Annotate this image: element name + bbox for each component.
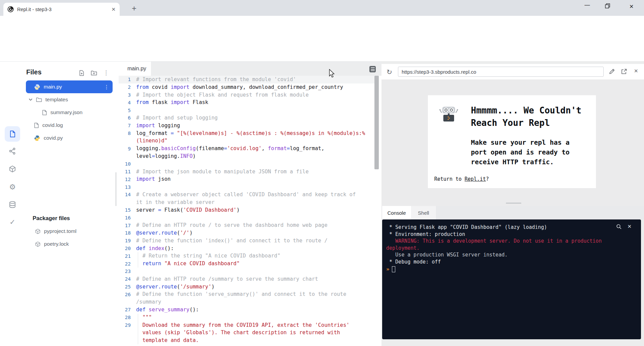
code-line: 16 [119,214,374,221]
preview-url-input[interactable]: https://step3-3.sbproducts.repl.co [398,67,604,77]
preview-refresh-icon[interactable]: ↻ [387,68,392,76]
settings-gear-icon[interactable]: ⚙ [8,183,16,192]
file-name: summary.json [50,109,113,115]
code-line: 1# Import relevant functions from the mo… [119,76,374,83]
error-footer: Return to Repl.it? [434,176,489,182]
repl-error-card: Hmmmm.... We Couldn't Reach Your Repl Ma… [428,95,596,188]
line-number: 6 [119,115,136,120]
file-row-covid-log[interactable]: covid.log [26,119,113,132]
code-line: 19# Define the function 'index()' and co… [119,237,374,245]
code-line: (lineno)d" [119,137,374,145]
packager-section: Packager files pyproject.tomlpoetry.lock [25,206,116,250]
packager-heading: Packager files [33,215,116,221]
line-number: 12 [119,177,136,182]
window-close-icon[interactable]: ✕ [629,3,634,10]
packages-icon[interactable] [8,165,16,173]
code-line: 17# Define an HTTP route / to serve the … [119,221,374,229]
open-in-new-tab-icon[interactable] [621,68,627,75]
screen: Repl.it - step3-3 ✕ + — ✕ ← → ↻ repl.it/… [0,0,644,346]
file-icon [34,123,39,128]
tab-console[interactable]: Console [382,206,411,219]
code-line: template and data. [119,337,374,344]
browser-tab[interactable]: Repl.it - step3-3 ✕ [3,3,120,16]
line-number: 23 [119,269,136,274]
add-folder-icon[interactable] [91,70,97,76]
console-lines: * Serving Flask app "COVID Dashboard" (l… [386,224,641,265]
file-menu-kebab-icon[interactable]: ⋮ [104,84,113,90]
line-number: 24 [119,276,136,282]
panel-resize-handle[interactable] [116,172,116,206]
line-number: 28 [119,315,136,320]
tab-shell[interactable]: Shell [411,206,436,219]
console-cursor [392,266,395,272]
console-tab-bar: Console Shell [381,206,644,219]
folder-icon [36,97,42,102]
file-row-pyproject-toml[interactable]: pyproject.toml [26,225,113,238]
line-number: 1 [119,77,136,82]
devtools-pencil-icon[interactable] [609,68,615,75]
file-name: poetry.lock [44,241,113,247]
line-number: 8 [119,131,136,136]
file-row-summary-json[interactable]: summary.json [26,106,113,119]
file-row-templates[interactable]: templates [26,93,113,106]
console-close-icon[interactable]: ✕ [627,223,632,230]
preview-close-icon[interactable]: ✕ [634,68,638,74]
code-line: 29 Download the summary from the COVID19… [119,321,374,329]
console-line: WARNING: This is a development server. D… [386,238,641,245]
chevron-down-icon[interactable] [29,98,33,101]
file-tree: main.py⋮templatessummary.jsoncovid.logco… [25,80,116,144]
line-number: 16 [119,215,136,220]
window-minimize-icon[interactable]: — [582,2,592,11]
file-name: templates [45,97,113,103]
editor-tab-bar: main.py [119,62,381,76]
line-number: 14 [119,192,136,197]
code-line: 11# Import the json module to manipulate… [119,168,374,176]
console-output[interactable]: ✕ * Serving Flask app "COVID Dashboard" … [382,219,641,339]
file-icon [42,110,47,115]
window-restore-icon[interactable] [605,3,610,8]
add-file-icon[interactable] [79,70,85,76]
editor-scrollbar[interactable] [374,76,379,169]
rail-files-button[interactable] [5,126,20,142]
console-search-icon[interactable] [616,224,622,230]
code-line: 23 [119,268,374,275]
replit-header: SBProducts / step3-3 ↺ Run ▶ Upgrade Sha… [0,35,644,62]
version-control-icon[interactable] [8,147,16,155]
code-line: 12import json [119,175,374,183]
console-line: deployment. [386,245,641,252]
error-footer-prefix: Return to [434,176,465,182]
left-icon-rail: ⚙ ✓ ? [0,62,25,346]
console-line: * Debug mode: off [386,258,641,266]
files-menu-kebab-icon[interactable]: ⋮ [103,69,109,76]
editor-output-toggle-icon[interactable] [369,66,376,72]
console-line: * Serving Flask app "COVID Dashboard" (l… [386,224,641,231]
console-prompt-row: » [386,266,641,272]
editor-tab-mainpy[interactable]: main.py [119,62,151,76]
line-number: 11 [119,169,136,174]
line-number: 3 [119,92,136,98]
tab-close-icon[interactable]: ✕ [111,6,116,12]
file-row-main-py[interactable]: main.py⋮ [26,80,113,93]
pane-resize-handle[interactable] [506,203,521,204]
line-number: 10 [119,161,136,167]
checks-icon[interactable]: ✓ [8,218,16,226]
file-row-poetry-lock[interactable]: poetry.lock [26,238,113,250]
editor-code-area[interactable]: 1# Import relevant functions from the mo… [119,76,374,344]
replit-link[interactable]: Repl.it [465,176,486,182]
python-icon [34,84,40,90]
code-line: 5 [119,106,374,114]
line-number: 26 [119,292,136,297]
file-row-covid-py[interactable]: covid.py [26,132,113,144]
new-tab-button[interactable]: + [132,4,136,13]
file-name: covid.log [42,122,113,128]
code-line: 8log_format = "[%(levelname)s] - %(ascti… [119,130,374,137]
files-panel-title: Files [26,68,42,76]
line-number: 4 [119,100,136,105]
code-line: 24# Define an HTTP route /summary to ser… [119,275,374,283]
files-icon [9,130,16,138]
error-title: Hmmmm.... We Couldn't Reach Your Repl [471,104,581,129]
file-name: main.py [44,84,100,90]
browser-tab-strip: Repl.it - step3-3 ✕ + — ✕ [0,0,644,16]
code-line: 21 # Return the string "A nice COVID das… [119,252,374,260]
database-icon[interactable] [8,201,16,208]
